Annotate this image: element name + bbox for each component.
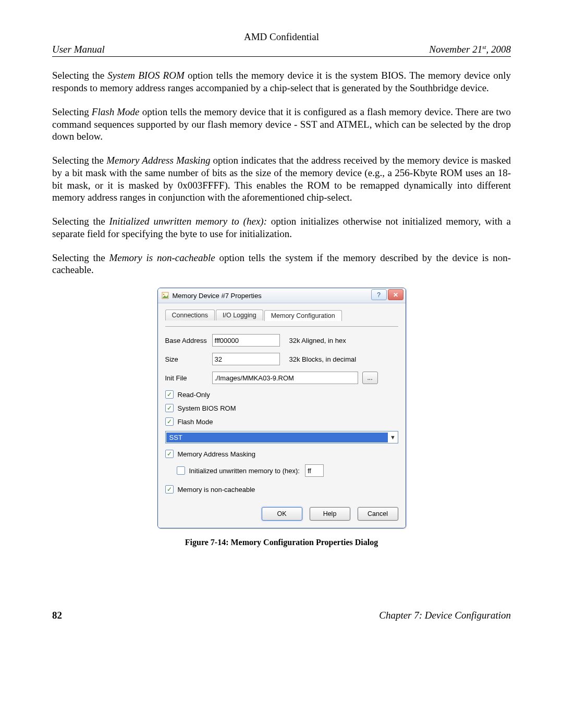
label-read-only: Read-Only xyxy=(178,391,210,399)
browse-button[interactable]: ... xyxy=(362,372,378,384)
page-number: 82 xyxy=(52,610,62,621)
label-size: Size xyxy=(165,355,212,363)
chapter-label: Chapter 7: Device Configuration xyxy=(379,610,511,621)
window-icon xyxy=(161,291,169,300)
header-left: User Manual xyxy=(52,44,105,55)
help-button[interactable]: Help xyxy=(310,507,350,521)
input-init-file[interactable] xyxy=(212,372,358,384)
input-size[interactable] xyxy=(212,353,280,365)
dropdown-value: SST xyxy=(166,433,388,442)
dropdown-flash-type[interactable]: SST ▼ xyxy=(165,431,398,443)
input-base-address[interactable] xyxy=(212,334,280,347)
label-base-address: Base Address xyxy=(165,337,212,344)
checkbox-init-hex[interactable]: ✓ xyxy=(177,466,185,475)
label-non-cache: Memory is non-cacheable xyxy=(178,486,255,493)
figure-caption: Figure 7-14: Memory Configuration Proper… xyxy=(52,538,511,547)
label-init-hex: Initialized unwritten memory to (hex): xyxy=(189,467,300,475)
hint-size: 32k Blocks, in decimal xyxy=(289,355,357,363)
cancel-button[interactable]: Cancel xyxy=(358,507,398,521)
label-flash-mode: Flash Mode xyxy=(178,418,213,426)
paragraph-5: Selecting the Memory is non-cacheable op… xyxy=(52,252,511,277)
checkbox-read-only[interactable]: ✓ xyxy=(165,390,174,399)
label-mem-mask: Memory Address Masking xyxy=(178,450,256,458)
tab-connections[interactable]: Connections xyxy=(165,310,215,320)
tab-memory-config[interactable]: Memory Configuration xyxy=(264,310,342,321)
checkbox-system-bios[interactable]: ✓ xyxy=(165,404,174,412)
titlebar[interactable]: Memory Device #7 Properties ? ✕ xyxy=(158,288,406,303)
paragraph-2: Selecting Flash Mode option tells the me… xyxy=(52,106,511,143)
hint-base-address: 32k Aligned, in hex xyxy=(289,337,346,344)
checkbox-mem-mask[interactable]: ✓ xyxy=(165,450,174,458)
paragraph-4: Selecting the Initialized unwritten memo… xyxy=(52,215,511,240)
properties-dialog: Memory Device #7 Properties ? ✕ Connecti… xyxy=(157,288,406,528)
help-button-icon[interactable]: ? xyxy=(371,289,387,300)
window-title: Memory Device #7 Properties xyxy=(173,292,262,300)
paragraph-1: Selecting the System BIOS ROM option tel… xyxy=(52,69,511,94)
ok-button[interactable]: OK xyxy=(262,507,302,521)
paragraph-3: Selecting the Memory Address Masking opt… xyxy=(52,154,511,204)
header-date: November 21st, 2008 xyxy=(429,44,511,55)
close-icon[interactable]: ✕ xyxy=(388,289,403,300)
tab-io-logging[interactable]: I/O Logging xyxy=(216,310,263,320)
checkbox-non-cache[interactable]: ✓ xyxy=(165,485,174,493)
chevron-down-icon: ▼ xyxy=(388,434,398,440)
input-hex-byte[interactable] xyxy=(305,464,324,477)
label-system-bios: System BIOS ROM xyxy=(178,404,236,412)
checkbox-flash-mode[interactable]: ✓ xyxy=(165,417,174,426)
label-init-file: Init File xyxy=(165,374,212,382)
svg-point-1 xyxy=(163,294,164,295)
header-confidential: AMD Confidential xyxy=(52,31,511,43)
tab-strip: Connections I/O Logging Memory Configura… xyxy=(165,310,398,320)
